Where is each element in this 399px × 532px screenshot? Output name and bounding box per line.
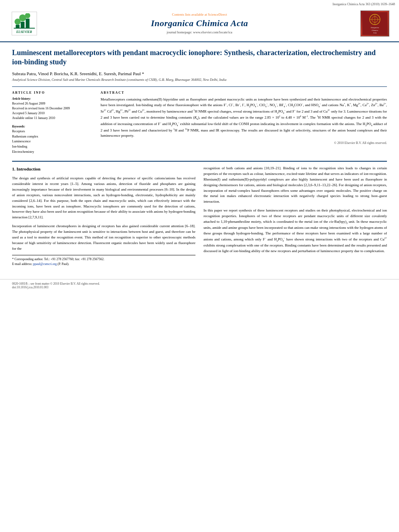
keyword-3: Luminescence xyxy=(12,139,93,144)
email-suffix: (P. Paul). xyxy=(58,262,69,266)
body-right-column: recognition of both cations and anions [… xyxy=(204,166,387,267)
elsevier-logo: ELSEVIER xyxy=(12,12,37,35)
email-link[interactable]: ppaul@csmcri.org xyxy=(33,262,57,266)
history-label: Article history: xyxy=(12,97,93,101)
section-divider xyxy=(12,161,387,162)
svg-rect-6 xyxy=(14,28,35,29)
article-info-header: ARTICLE INFO xyxy=(12,91,93,94)
keywords-label: Keywords: xyxy=(12,125,93,128)
journal-header: Inorganica Chimica Acta 363 (2010) 1639–… xyxy=(0,0,399,42)
footer-issn: 0020-1693/$ – see front matter © 2010 El… xyxy=(12,282,387,286)
footer-doi: doi:10.1016/j.ica.2010.01.003 xyxy=(12,286,387,289)
received-date: Received 26 August 2009 xyxy=(12,101,93,106)
body-para-2: Incorporation of luminescent chromophore… xyxy=(12,224,195,252)
keywords-section: Keywords: Receptors Ruthenium complex Lu… xyxy=(12,125,93,155)
journal-title: Inorganica Chimica Acta xyxy=(42,18,357,29)
body-content: 1. Introduction The design and synthesis… xyxy=(12,166,387,267)
section1-title: 1. Introduction xyxy=(12,166,195,173)
page-footer: 0020-1693/$ – see front matter © 2010 El… xyxy=(0,279,399,292)
abstract-text: Metalloreceptors containing ruthenium(II… xyxy=(101,97,387,139)
svg-text:Acta: Acta xyxy=(373,32,377,34)
revised-date: Received in revised form 16 December 200… xyxy=(12,106,93,111)
keyword-1: Receptors xyxy=(12,129,93,134)
abstract-copyright: © 2010 Elsevier B.V. All rights reserved… xyxy=(101,141,387,145)
keyword-5: Electrochemistry xyxy=(12,150,93,155)
svg-text:Chimica: Chimica xyxy=(372,29,378,31)
keyword-2: Ruthenium complex xyxy=(12,134,93,140)
citation-text: Inorganica Chimica Acta 363 (2010) 1639–… xyxy=(333,2,395,6)
elsevier-tree-icon xyxy=(13,13,35,29)
journal-title-area: Contents lists available at ScienceDirec… xyxy=(42,12,357,34)
elsevier-logo-container: ELSEVIER xyxy=(6,9,42,37)
journal-cover-container: Inorganica Chimica Acta xyxy=(357,9,393,37)
body-para-1: The design and synthesis of artificial r… xyxy=(12,176,195,221)
article-info-abstract-section: ARTICLE INFO Article history: Received 2… xyxy=(12,86,387,155)
email-label: E-mail address: xyxy=(12,262,32,266)
body-para-4: In this paper we report synthesis of thr… xyxy=(204,208,387,254)
svg-rect-2 xyxy=(25,18,29,29)
sciencedirect-text: Contents lists available at ScienceDirec… xyxy=(42,12,357,16)
authors: Subrata Patra, Vinod P. Boricha, K.R. Sr… xyxy=(12,71,387,76)
journal-homepage: journal homepage: www.elsevier.com/locat… xyxy=(42,30,357,34)
abstract-header: ABSTRACT xyxy=(101,91,387,94)
elsevier-brand-text: ELSEVIER xyxy=(16,30,32,34)
accepted-date: Accepted 5 January 2010 xyxy=(12,111,93,116)
footnote-email: E-mail address: ppaul@csmcri.org (P. Pau… xyxy=(12,262,195,267)
content-area: Luminescent metalloreceptors with pendan… xyxy=(0,42,399,273)
abstract-column: ABSTRACT Metalloreceptors containing rut… xyxy=(101,91,387,155)
keyword-4: Ion-binding xyxy=(12,144,93,150)
article-info-column: ARTICLE INFO Article history: Received 2… xyxy=(12,91,93,155)
journal-banner: ELSEVIER Contents lists available at Sci… xyxy=(0,7,399,40)
affiliation: Analytical Science Division, Central Sal… xyxy=(12,78,387,82)
svg-rect-1 xyxy=(21,21,25,28)
author-list: Subrata Patra, Vinod P. Boricha, K.R. Sr… xyxy=(12,71,144,76)
footnote-star-text: * Corresponding author. Tel.: +91 278 25… xyxy=(12,257,195,262)
footnote: * Corresponding author. Tel.: +91 278 25… xyxy=(12,255,195,267)
journal-cover-image: Inorganica Chimica Acta xyxy=(360,10,389,37)
article-title: Luminescent metalloreceptors with pendan… xyxy=(12,48,387,67)
body-para-3: recognition of both cations and anions [… xyxy=(204,166,387,205)
svg-text:Inorganica: Inorganica xyxy=(370,27,379,29)
available-date: Available online 11 January 2010 xyxy=(12,116,93,121)
journal-citation: Inorganica Chimica Acta 363 (2010) 1639–… xyxy=(0,2,399,7)
cover-art-icon: Inorganica Chimica Acta xyxy=(361,12,389,35)
body-left-column: 1. Introduction The design and synthesis… xyxy=(12,166,195,267)
